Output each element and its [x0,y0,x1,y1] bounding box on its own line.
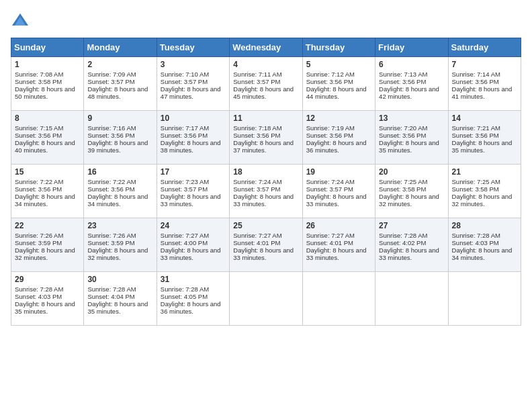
daylight-label: Daylight: 8 hours and 34 minutes. [452,246,513,261]
calendar-cell: 9Sunrise: 7:16 AMSunset: 3:56 PMDaylight… [84,111,157,165]
day-number: 23 [87,221,152,230]
day-number: 11 [233,113,298,123]
day-number: 16 [87,167,152,177]
daylight-label: Daylight: 8 hours and 50 minutes. [15,85,75,100]
sunrise-label: Sunrise: 7:11 AM [233,71,281,78]
sunrise-label: Sunrise: 7:26 AM [87,232,136,239]
day-number: 2 [87,60,152,69]
sunset-label: Sunset: 3:56 PM [452,132,499,139]
sunrise-label: Sunrise: 7:10 AM [161,71,209,78]
sunrise-label: Sunrise: 7:24 AM [306,178,355,185]
sunset-label: Sunset: 4:03 PM [452,239,499,246]
calendar-header-row: SundayMondayTuesdayWednesdayThursdayFrid… [11,38,521,57]
calendar-cell: 31Sunrise: 7:28 AMSunset: 4:05 PMDayligh… [157,272,229,326]
sunset-label: Sunset: 3:56 PM [379,132,426,139]
sunset-label: Sunset: 4:00 PM [161,239,208,246]
calendar-cell: 15Sunrise: 7:22 AMSunset: 3:56 PMDayligh… [11,165,84,218]
daylight-label: Daylight: 8 hours and 48 minutes. [87,85,148,100]
calendar-header-cell: Thursday [302,38,375,57]
day-number: 12 [306,113,371,123]
calendar-cell: 14Sunrise: 7:21 AMSunset: 3:56 PMDayligh… [448,111,521,165]
calendar-header-cell: Monday [84,38,157,57]
day-number: 10 [161,113,226,123]
sunrise-label: Sunrise: 7:23 AM [161,178,209,185]
daylight-label: Daylight: 8 hours and 33 minutes. [306,246,367,261]
calendar-cell [230,272,302,326]
calendar-cell: 18Sunrise: 7:24 AMSunset: 3:57 PMDayligh… [230,165,302,218]
daylight-label: Daylight: 8 hours and 34 minutes. [15,193,75,208]
day-number: 28 [452,221,517,230]
daylight-label: Daylight: 8 hours and 42 minutes. [379,85,439,100]
sunset-label: Sunset: 3:56 PM [452,78,499,85]
daylight-label: Daylight: 8 hours and 33 minutes. [233,193,294,208]
calendar-cell: 26Sunrise: 7:27 AMSunset: 4:01 PMDayligh… [302,218,375,272]
sunset-label: Sunset: 3:57 PM [306,185,353,193]
sunrise-label: Sunrise: 7:13 AM [379,71,427,78]
sunrise-label: Sunrise: 7:27 AM [161,232,209,239]
calendar-week-row: 1Sunrise: 7:08 AMSunset: 3:58 PMDaylight… [11,57,521,111]
sunset-label: Sunset: 3:56 PM [87,185,134,193]
daylight-label: Daylight: 8 hours and 33 minutes. [161,193,221,208]
sunset-label: Sunset: 4:03 PM [15,293,62,300]
calendar-cell: 1Sunrise: 7:08 AMSunset: 3:58 PMDaylight… [11,57,84,111]
sunset-label: Sunset: 3:56 PM [306,78,353,85]
sunset-label: Sunset: 3:56 PM [379,78,426,85]
day-number: 1 [15,60,80,69]
sunset-label: Sunset: 3:57 PM [161,185,208,193]
sunrise-label: Sunrise: 7:22 AM [87,178,136,185]
day-number: 25 [233,221,298,230]
day-number: 4 [233,60,298,69]
day-number: 8 [15,113,80,123]
logo [11,11,32,30]
day-number: 5 [306,60,371,69]
day-number: 18 [233,167,298,177]
sunrise-label: Sunrise: 7:08 AM [15,71,63,78]
calendar-cell: 13Sunrise: 7:20 AMSunset: 3:56 PMDayligh… [375,111,448,165]
sunset-label: Sunset: 4:05 PM [161,293,208,300]
day-number: 26 [306,221,371,230]
calendar-cell: 8Sunrise: 7:15 AMSunset: 3:56 PMDaylight… [11,111,84,165]
daylight-label: Daylight: 8 hours and 36 minutes. [306,139,367,154]
sunrise-label: Sunrise: 7:28 AM [15,285,63,293]
sunrise-label: Sunrise: 7:28 AM [452,232,500,239]
sunset-label: Sunset: 3:57 PM [233,185,280,193]
calendar-cell: 17Sunrise: 7:23 AMSunset: 3:57 PMDayligh… [157,165,229,218]
calendar-header-cell: Saturday [448,38,521,57]
sunrise-label: Sunrise: 7:25 AM [452,178,500,185]
day-number: 19 [306,167,371,177]
calendar-week-row: 8Sunrise: 7:15 AMSunset: 3:56 PMDaylight… [11,111,521,165]
calendar-cell: 11Sunrise: 7:18 AMSunset: 3:56 PMDayligh… [230,111,302,165]
calendar-cell: 2Sunrise: 7:09 AMSunset: 3:57 PMDaylight… [84,57,157,111]
daylight-label: Daylight: 8 hours and 33 minutes. [306,193,367,208]
sunset-label: Sunset: 3:58 PM [379,185,426,193]
calendar-cell: 3Sunrise: 7:10 AMSunset: 3:57 PMDaylight… [157,57,229,111]
sunrise-label: Sunrise: 7:19 AM [306,124,355,132]
sunrise-label: Sunrise: 7:12 AM [306,71,355,78]
sunset-label: Sunset: 3:58 PM [15,78,62,85]
calendar-cell: 19Sunrise: 7:24 AMSunset: 3:57 PMDayligh… [302,165,375,218]
sunset-label: Sunset: 4:02 PM [379,239,426,246]
daylight-label: Daylight: 8 hours and 37 minutes. [233,139,294,154]
day-number: 15 [15,167,80,177]
calendar-header-cell: Friday [375,38,448,57]
sunrise-label: Sunrise: 7:17 AM [161,124,209,132]
daylight-label: Daylight: 8 hours and 47 minutes. [161,85,221,100]
sunset-label: Sunset: 3:59 PM [15,239,62,246]
calendar-cell: 4Sunrise: 7:11 AMSunset: 3:57 PMDaylight… [230,57,302,111]
daylight-label: Daylight: 8 hours and 44 minutes. [306,85,367,100]
day-number: 3 [161,60,226,69]
calendar-cell: 5Sunrise: 7:12 AMSunset: 3:56 PMDaylight… [302,57,375,111]
sunrise-label: Sunrise: 7:20 AM [379,124,427,132]
daylight-label: Daylight: 8 hours and 36 minutes. [161,300,221,315]
calendar-body: 1Sunrise: 7:08 AMSunset: 3:58 PMDaylight… [11,57,521,326]
calendar-header-cell: Tuesday [157,38,229,57]
sunset-label: Sunset: 3:57 PM [233,78,280,85]
sunset-label: Sunset: 3:56 PM [15,132,62,139]
calendar-cell: 25Sunrise: 7:27 AMSunset: 4:01 PMDayligh… [230,218,302,272]
sunrise-label: Sunrise: 7:14 AM [452,71,500,78]
calendar-cell [302,272,375,326]
calendar-cell [375,272,448,326]
calendar-cell: 21Sunrise: 7:25 AMSunset: 3:58 PMDayligh… [448,165,521,218]
sunset-label: Sunset: 3:59 PM [87,239,134,246]
day-number: 31 [161,275,226,284]
